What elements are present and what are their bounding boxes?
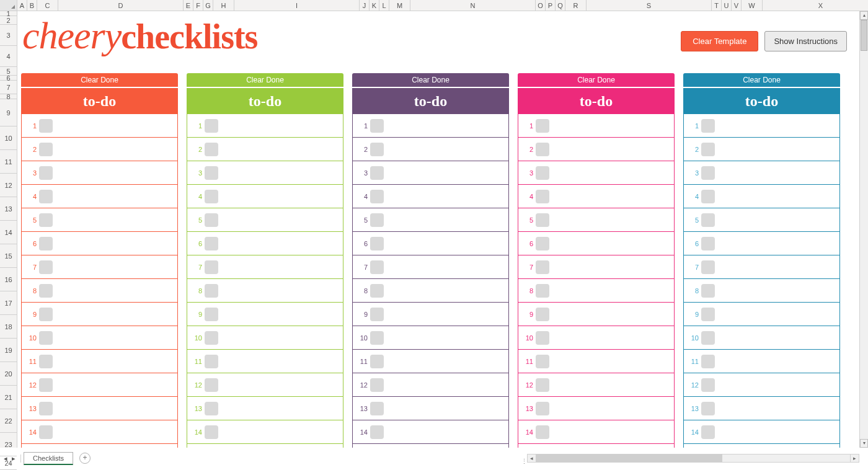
list-item[interactable]: 10 bbox=[187, 326, 343, 350]
col-header-D[interactable]: D bbox=[58, 0, 184, 11]
list-item[interactable]: 12 bbox=[684, 373, 839, 397]
checkbox[interactable] bbox=[701, 378, 715, 392]
col-header-R[interactable]: R bbox=[565, 0, 587, 11]
list-item[interactable]: 11 bbox=[518, 350, 674, 373]
list-item[interactable]: 9 bbox=[518, 303, 674, 326]
list-item[interactable]: 7 bbox=[518, 255, 674, 279]
list-item[interactable]: 7 bbox=[684, 255, 839, 279]
checkbox[interactable] bbox=[370, 190, 384, 203]
list-item[interactable]: 10 bbox=[353, 326, 508, 350]
list-item[interactable]: 8 bbox=[518, 279, 674, 303]
col-header-V[interactable]: V bbox=[732, 0, 742, 11]
checkbox[interactable] bbox=[205, 213, 218, 227]
horizontal-scrollbar[interactable]: ◂ ▸ bbox=[527, 454, 859, 463]
checkbox[interactable] bbox=[701, 355, 715, 368]
checkbox[interactable] bbox=[205, 355, 218, 368]
checkbox[interactable] bbox=[205, 190, 218, 203]
clear-done-button[interactable]: Clear Done bbox=[518, 73, 675, 87]
checkbox[interactable] bbox=[701, 284, 715, 298]
list-item[interactable]: 8 bbox=[353, 279, 508, 303]
checkbox[interactable] bbox=[370, 284, 384, 298]
list-item[interactable]: 4 bbox=[22, 185, 177, 208]
row-header-14[interactable]: 14 bbox=[0, 221, 17, 244]
sheet-canvas[interactable]: cheerychecklists Clear Template Show Ins… bbox=[17, 11, 859, 448]
checkbox[interactable] bbox=[39, 402, 53, 415]
row-header-21[interactable]: 21 bbox=[0, 386, 17, 409]
list-item[interactable]: 7 bbox=[353, 255, 508, 279]
checkbox[interactable] bbox=[536, 119, 549, 133]
vertical-scrollbar[interactable]: ▴ ▾ bbox=[859, 11, 868, 448]
clear-done-button[interactable]: Clear Done bbox=[187, 73, 343, 87]
checkbox[interactable] bbox=[205, 237, 218, 251]
checkbox[interactable] bbox=[370, 166, 384, 180]
list-item[interactable]: 14 bbox=[187, 420, 343, 444]
col-header-P[interactable]: P bbox=[546, 0, 556, 11]
col-header-G[interactable]: G bbox=[203, 0, 213, 11]
row-header-20[interactable]: 20 bbox=[0, 362, 17, 386]
checkbox[interactable] bbox=[39, 355, 53, 368]
list-item[interactable]: 8 bbox=[22, 279, 177, 303]
col-header-F[interactable]: F bbox=[193, 0, 203, 11]
clear-template-button[interactable]: Clear Template bbox=[681, 31, 758, 51]
checkbox[interactable] bbox=[701, 331, 715, 345]
checkbox[interactable] bbox=[536, 378, 549, 392]
checkbox[interactable] bbox=[39, 213, 53, 227]
list-item[interactable]: 4 bbox=[518, 185, 674, 208]
hscroll-split-handle[interactable] bbox=[522, 453, 526, 470]
col-header-J[interactable]: J bbox=[360, 0, 370, 11]
checkbox[interactable] bbox=[39, 143, 53, 156]
checkbox[interactable] bbox=[205, 402, 218, 415]
checkbox[interactable] bbox=[205, 425, 218, 439]
list-item[interactable]: 1 bbox=[518, 114, 674, 138]
list-item[interactable]: 3 bbox=[187, 161, 343, 185]
checkbox[interactable] bbox=[39, 308, 53, 321]
scroll-down-icon[interactable]: ▾ bbox=[860, 439, 868, 448]
list-item[interactable]: 12 bbox=[22, 373, 177, 397]
row-header-3[interactable]: 3 bbox=[0, 25, 17, 46]
list-item[interactable]: 1 bbox=[187, 114, 343, 138]
row-header-10[interactable]: 10 bbox=[0, 126, 17, 150]
checkbox[interactable] bbox=[370, 213, 384, 227]
checkbox[interactable] bbox=[536, 308, 549, 321]
checkbox[interactable] bbox=[536, 425, 549, 439]
col-header-N[interactable]: N bbox=[410, 0, 536, 11]
checkbox[interactable] bbox=[39, 284, 53, 298]
checkbox[interactable] bbox=[205, 260, 218, 274]
row-header-ruler[interactable]: 123456789101112131415161718192021222324 bbox=[0, 11, 17, 448]
checkbox[interactable] bbox=[536, 143, 549, 156]
col-header-I[interactable]: I bbox=[234, 0, 360, 11]
list-item[interactable]: 9 bbox=[684, 303, 839, 326]
checkbox[interactable] bbox=[370, 237, 384, 251]
list-item[interactable]: 2 bbox=[22, 138, 177, 161]
list-item[interactable]: 6 bbox=[187, 232, 343, 255]
checkbox[interactable] bbox=[370, 143, 384, 156]
tab-nav-prev[interactable]: ◂ ▸ bbox=[0, 454, 21, 463]
col-header-U[interactable]: U bbox=[722, 0, 732, 11]
row-header-6[interactable]: 6 bbox=[0, 76, 17, 81]
row-header-17[interactable]: 17 bbox=[0, 291, 17, 315]
checkbox[interactable] bbox=[39, 119, 53, 133]
checkbox[interactable] bbox=[536, 331, 549, 345]
checkbox[interactable] bbox=[701, 237, 715, 251]
row-header-1[interactable]: 1 bbox=[0, 11, 17, 16]
sheet-tab-checklists[interactable]: Checklists bbox=[24, 452, 73, 465]
checkbox[interactable] bbox=[39, 331, 53, 345]
list-item[interactable]: 14 bbox=[684, 420, 839, 444]
list-item[interactable]: 3 bbox=[353, 161, 508, 185]
col-header-M[interactable]: M bbox=[389, 0, 410, 11]
list-item[interactable]: 12 bbox=[353, 373, 508, 397]
scroll-left-icon[interactable]: ◂ bbox=[528, 454, 536, 462]
list-item[interactable]: 9 bbox=[187, 303, 343, 326]
checkbox[interactable] bbox=[370, 331, 384, 345]
list-header[interactable]: to-do bbox=[187, 88, 343, 114]
col-header-T[interactable]: T bbox=[712, 0, 722, 11]
col-header-E[interactable]: E bbox=[184, 0, 193, 11]
list-item[interactable]: 7 bbox=[187, 255, 343, 279]
clear-done-button[interactable]: Clear Done bbox=[21, 73, 178, 87]
list-header[interactable]: to-do bbox=[683, 88, 840, 114]
row-header-22[interactable]: 22 bbox=[0, 409, 17, 433]
list-item[interactable]: 1 bbox=[353, 114, 508, 138]
list-item[interactable]: 2 bbox=[353, 138, 508, 161]
checkbox[interactable] bbox=[536, 284, 549, 298]
checkbox[interactable] bbox=[205, 331, 218, 345]
